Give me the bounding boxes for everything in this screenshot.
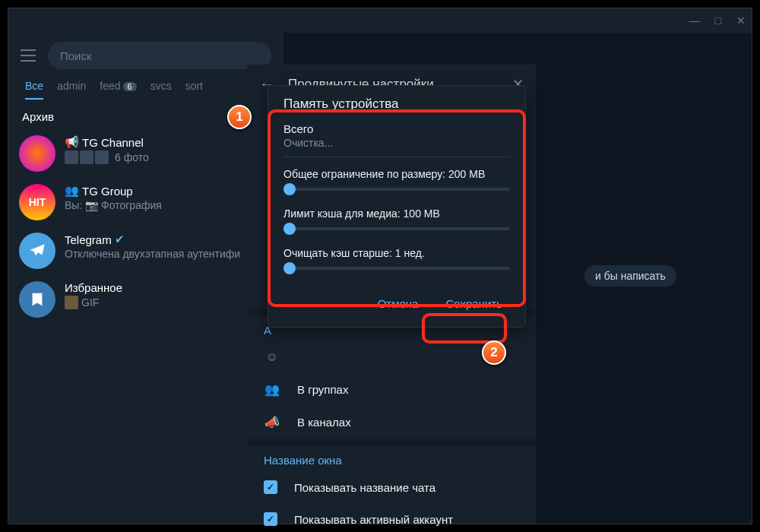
slider-clear-older[interactable] bbox=[283, 267, 510, 270]
close-button[interactable]: ✕ bbox=[736, 14, 746, 27]
checkbox-icon[interactable]: ✓ bbox=[264, 480, 277, 494]
avatar: HIT bbox=[19, 184, 55, 220]
folder-tabs: Все admin feed6 svcs sort bbox=[8, 75, 283, 100]
titlebar: — □ ✕ bbox=[8, 8, 752, 33]
avatar bbox=[19, 135, 55, 172]
annotation-marker-1: 1 bbox=[227, 105, 252, 129]
slider-label-total-limit: Общее ограничение по размеру: 200 MB bbox=[283, 168, 510, 180]
settings-row-groups[interactable]: 👥 В группах bbox=[247, 373, 536, 406]
avatar bbox=[19, 281, 55, 318]
annotation-marker-2: 2 bbox=[482, 340, 506, 365]
slider-media-cache[interactable] bbox=[283, 227, 510, 230]
folder-badge: 6 bbox=[123, 82, 137, 91]
user-icon: ☺ bbox=[264, 350, 280, 364]
megaphone-icon: 📣 bbox=[264, 415, 280, 429]
folder-tab-sort[interactable]: sort bbox=[185, 80, 203, 100]
folder-tab-all[interactable]: Все bbox=[25, 80, 43, 100]
divider bbox=[283, 157, 510, 157]
divider bbox=[247, 439, 536, 446]
search-input[interactable]: Поиск bbox=[48, 42, 271, 69]
section-label: Название окна bbox=[247, 446, 536, 471]
folder-tab-admin[interactable]: admin bbox=[57, 80, 86, 100]
settings-row-show-chat-name[interactable]: ✓ Показывать название чата bbox=[247, 471, 536, 503]
settings-row-channels[interactable]: 📣 В каналах bbox=[247, 406, 536, 439]
slider-label-media-cache: Лимит кэша для медиа: 100 MB bbox=[283, 207, 510, 220]
dialog-title: Память устройства bbox=[268, 86, 525, 119]
avatar bbox=[19, 233, 55, 269]
checkbox-icon[interactable]: ✓ bbox=[264, 512, 277, 526]
slider-label-clear-older: Очищать кэш старше: 1 нед. bbox=[283, 247, 510, 259]
group-icon: 👥 bbox=[264, 382, 280, 397]
verified-icon: ✔ bbox=[115, 233, 125, 246]
maximize-button[interactable]: □ bbox=[715, 14, 721, 27]
cancel-button[interactable]: Отмена bbox=[367, 291, 429, 316]
storage-dialog: Память устройства Всего Очистка... Общее… bbox=[268, 85, 526, 328]
folder-tab-feed[interactable]: feed6 bbox=[100, 80, 136, 100]
slider-total-limit[interactable] bbox=[283, 188, 510, 191]
folder-tab-svcs[interactable]: svcs bbox=[150, 80, 172, 100]
chat-item[interactable]: Telegram ✔ Отключена двухэтапная аутенти… bbox=[8, 226, 283, 275]
save-button[interactable]: Сохранить bbox=[435, 291, 513, 316]
chat-item[interactable]: HIT 👥TG Group Вы: 📷 Фотография bbox=[8, 178, 283, 226]
menu-icon[interactable] bbox=[21, 49, 36, 62]
total-sublabel: Очистка... bbox=[283, 137, 510, 149]
minimize-button[interactable]: — bbox=[689, 14, 700, 27]
total-label: Всего bbox=[283, 122, 510, 135]
placeholder-pill: и бы написать bbox=[584, 265, 676, 287]
chat-list: 📢TG Channel 6 фото HIT 👥TG Group Вы: 📷 Ф… bbox=[8, 129, 283, 324]
slider-thumb[interactable] bbox=[283, 183, 296, 195]
chat-item[interactable]: Избранное GIF 31 bbox=[8, 275, 283, 324]
slider-thumb[interactable] bbox=[283, 262, 296, 274]
chat-item[interactable]: 📢TG Channel 6 фото bbox=[8, 129, 283, 178]
settings-row-show-account[interactable]: ✓ Показывать активный аккаунт bbox=[247, 503, 536, 532]
slider-thumb[interactable] bbox=[283, 223, 296, 235]
